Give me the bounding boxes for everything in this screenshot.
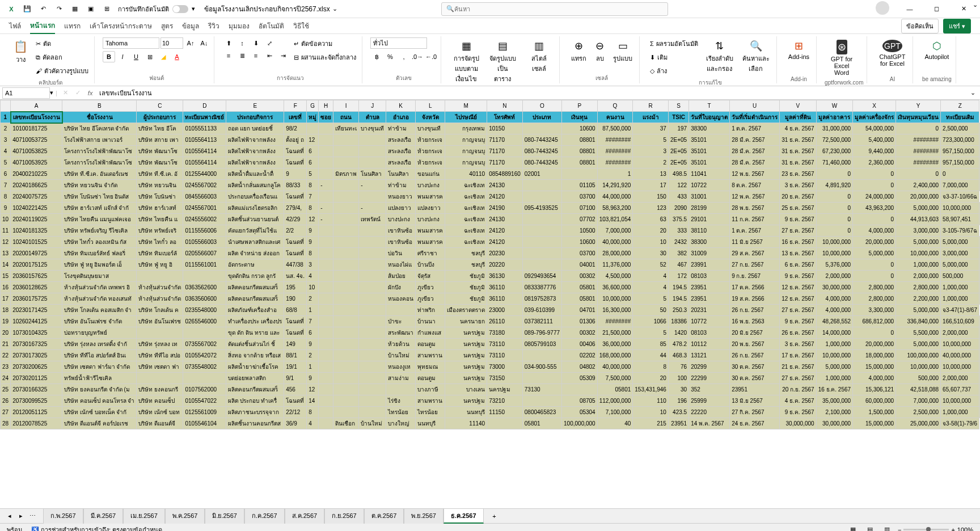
view-normal-icon[interactable]: ▦ xyxy=(847,524,859,532)
data-cell[interactable]: บริษัท ยงคอนกรี xyxy=(137,384,183,395)
data-cell[interactable]: ประกอบเครื่องเรือนแ xyxy=(226,191,284,203)
data-cell[interactable]: 08801 xyxy=(562,146,598,157)
data-cell[interactable]: 20730099525 xyxy=(11,395,62,407)
zoom-control[interactable]: − + 100% xyxy=(898,526,973,532)
data-cell[interactable]: 20,000,000 xyxy=(896,191,941,203)
header-cell[interactable]: โทรศัพท์ xyxy=(487,112,523,123)
data-cell[interactable]: ผลิตไฟฟ้าจากพลังง xyxy=(226,134,284,146)
data-cell[interactable]: 9 ธ.ค. 2567 xyxy=(780,271,816,282)
data-cell[interactable]: 88/33 xyxy=(284,180,307,191)
paste-button[interactable]: 📋 วาง xyxy=(10,37,31,67)
data-cell[interactable]: 12 xyxy=(307,134,319,146)
data-cell[interactable]: 22/12 xyxy=(284,407,307,418)
data-cell[interactable]: 195 xyxy=(284,282,307,293)
decrease-decimal-icon[interactable]: ←.0 xyxy=(425,51,437,62)
data-cell[interactable] xyxy=(522,259,561,271)
data-cell[interactable]: 10,000,000 xyxy=(896,361,941,373)
data-cell[interactable]: 10100181725 xyxy=(11,123,62,134)
data-cell[interactable] xyxy=(562,168,598,180)
data-cell[interactable]: 10150 xyxy=(487,123,523,134)
border-button[interactable]: ⊞ xyxy=(143,51,156,62)
data-cell[interactable]: 10240181325 xyxy=(11,225,62,237)
data-cell[interactable]: 73110 xyxy=(487,339,523,350)
data-cell[interactable]: 28 พ.ย. 2567 xyxy=(730,203,780,214)
data-cell[interactable]: ห้างหุ้นส่วนจำกัด xyxy=(137,282,183,293)
data-cell[interactable] xyxy=(522,225,561,237)
col-header[interactable]: T xyxy=(689,100,730,112)
data-cell[interactable]: บ่อทรายบุญทรัพย์ xyxy=(62,327,137,339)
data-cell[interactable]: สามพราน xyxy=(416,350,445,361)
data-cell[interactable]: 2,800,000 xyxy=(853,293,896,305)
expand-formula-icon[interactable]: ⌄ xyxy=(970,89,975,96)
clear-button[interactable]: ◇ล้าง xyxy=(648,65,700,77)
data-cell[interactable]: 36,600,000 xyxy=(597,282,633,293)
data-cell[interactable]: 3,000,000 xyxy=(896,225,941,237)
data-cell[interactable]: สระพัฒนา xyxy=(386,327,416,339)
row-header[interactable]: 19 xyxy=(1,316,11,327)
data-cell[interactable] xyxy=(522,237,561,248)
data-cell[interactable]: บริษัท เน้กซ์ บอท xyxy=(137,407,183,418)
data-cell[interactable]: 24190 xyxy=(487,203,523,214)
data-cell[interactable]: 196 xyxy=(668,395,688,407)
data-cell[interactable]: 6 xyxy=(307,157,319,168)
data-cell[interactable]: 24120 xyxy=(487,225,523,237)
data-cell[interactable]: ผลิตไฟฟ้าจากพลังง xyxy=(226,157,284,168)
data-cell[interactable]: บริษัท เซตดา ฟา xyxy=(137,361,183,373)
data-cell[interactable]: 20 ก.ย. 2567 xyxy=(780,384,816,395)
data-cell[interactable] xyxy=(319,271,333,282)
data-cell[interactable]: สระลงเรือ xyxy=(386,157,416,168)
data-cell[interactable]: โครงการโรงไฟฟ้าพัฒนาโซ xyxy=(62,157,137,168)
data-cell[interactable] xyxy=(522,350,561,361)
row-header[interactable]: 25 xyxy=(1,384,11,395)
data-cell[interactable] xyxy=(522,373,561,384)
row-header[interactable]: 1 xyxy=(1,112,11,123)
file-name[interactable]: ข้อมูลโรงงานเลิกประกอบกิจการปี2567.xlsx xyxy=(204,3,330,14)
data-cell[interactable]: ห้วยกระเจ xyxy=(416,157,445,168)
data-cell[interactable] xyxy=(562,384,598,395)
data-cell[interactable]: 20 มิ.ย 2567 xyxy=(730,327,780,339)
data-cell[interactable]: ผลิตภัณฑ์เครื่องสำอ xyxy=(226,305,284,316)
data-cell[interactable]: 25,000,000 xyxy=(896,418,941,429)
data-cell[interactable]: บริษัท ไทกั๋ว ลองเหมิน กัส xyxy=(62,237,137,248)
data-cell[interactable]: 5,400,000 xyxy=(853,134,896,146)
data-cell[interactable]: 27 กิ.ค. 2567 xyxy=(730,407,780,418)
data-cell[interactable]: 8 ต.ค. 2567 xyxy=(730,180,780,191)
data-cell[interactable]: 2,100,000 xyxy=(816,407,852,418)
data-cell[interactable] xyxy=(359,146,386,157)
data-cell[interactable]: 172 xyxy=(668,271,688,282)
data-cell[interactable]: 500,000 xyxy=(941,271,979,282)
header-cell[interactable]: ไปรษณีย์ xyxy=(445,112,487,123)
data-cell[interactable]: 48,268,552 xyxy=(816,316,852,327)
header-cell[interactable]: ประกอบกิจการ xyxy=(226,112,284,123)
data-cell[interactable]: 2E+05 xyxy=(668,134,688,146)
data-cell[interactable]: 20240119025 xyxy=(11,214,62,225)
col-header[interactable]: P xyxy=(562,100,598,112)
data-cell[interactable]: 2,000,000 xyxy=(941,373,979,384)
data-cell[interactable]: 13 xyxy=(633,168,669,180)
data-cell[interactable] xyxy=(183,373,226,384)
data-cell[interactable]: 423.5 xyxy=(668,407,688,418)
data-cell[interactable]: 197 xyxy=(668,123,688,134)
sheet-tab[interactable]: มี.ค.2567 xyxy=(83,508,124,524)
data-cell[interactable]: 24,000,000 xyxy=(853,191,896,203)
formula-bar[interactable] xyxy=(96,87,970,99)
data-cell[interactable]: 73110 xyxy=(487,350,523,361)
maximize-button[interactable]: ◻ xyxy=(926,1,948,17)
data-cell[interactable]: 20 ธ.ค. 2567 xyxy=(780,191,816,203)
col-header[interactable]: H xyxy=(319,100,333,112)
data-cell[interactable]: 0 xyxy=(816,225,852,237)
cancel-formula-icon[interactable]: ✕ xyxy=(60,87,72,99)
zoom-out-icon[interactable]: − xyxy=(898,526,901,532)
data-cell[interactable]: 73180 xyxy=(487,327,523,339)
excel-icon[interactable]: X xyxy=(5,2,18,16)
data-cell[interactable]: 12 พ.ค. 2567 xyxy=(730,191,780,203)
data-cell[interactable]: 433 xyxy=(668,191,688,203)
data-cell[interactable]: ผลิตน้ำดื่มและน้ำดื่ xyxy=(226,168,284,180)
header-cell[interactable]: ทะเบียนพาณิชย์ xyxy=(183,112,226,123)
sheet-tab[interactable]: พ.ค.2567 xyxy=(165,508,205,524)
data-cell[interactable]: 20 xyxy=(633,225,669,237)
data-cell[interactable]: 21,500,000 xyxy=(597,327,633,339)
data-cell[interactable] xyxy=(319,384,333,395)
data-cell[interactable]: 034-900-555 xyxy=(522,361,561,373)
data-cell[interactable]: ชัยภูมิ xyxy=(445,271,487,282)
